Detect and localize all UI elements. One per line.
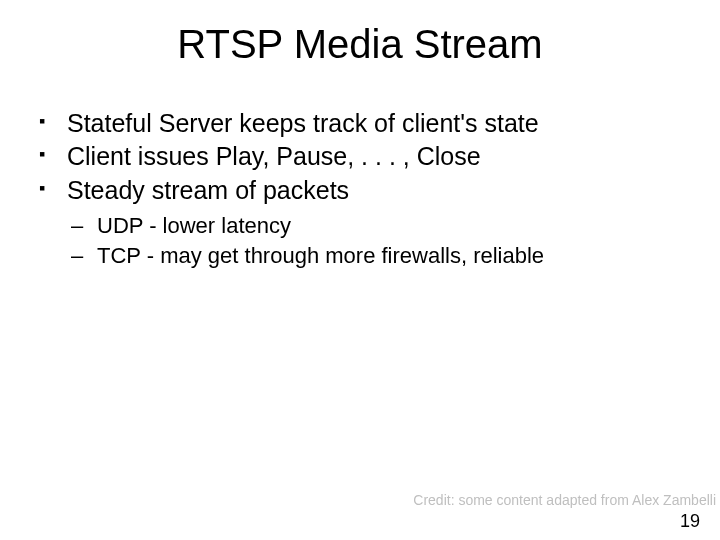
bullet-item: Client issues Play, Pause, . . . , Close: [35, 141, 685, 172]
sub-bullet-item: TCP - may get through more firewalls, re…: [35, 242, 685, 271]
bullet-item: Stateful Server keeps track of client's …: [35, 108, 685, 139]
credit-text: Credit: some content adapted from Alex Z…: [413, 492, 716, 508]
bullet-list: Stateful Server keeps track of client's …: [35, 108, 685, 206]
sub-bullet-item: UDP - lower latency: [35, 212, 685, 241]
bullet-item: Steady stream of packets: [35, 175, 685, 206]
page-number: 19: [680, 511, 700, 532]
sub-bullet-list: UDP - lower latency TCP - may get throug…: [35, 212, 685, 271]
slide-content: Stateful Server keeps track of client's …: [35, 108, 685, 273]
slide-title: RTSP Media Stream: [0, 22, 720, 67]
slide: RTSP Media Stream Stateful Server keeps …: [0, 0, 720, 540]
